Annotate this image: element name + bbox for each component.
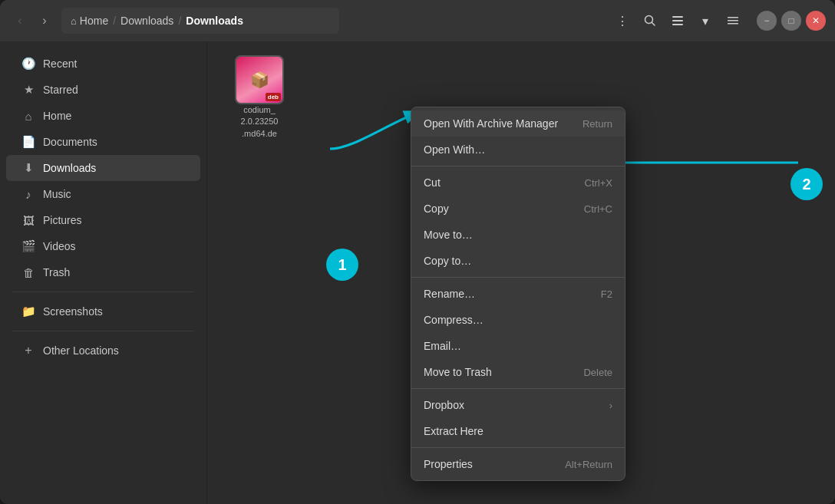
titlebar-actions: ⋮ ▾	[611, 9, 744, 32]
file-item-codium[interactable]: 📦 deb codium_2.0.23250.md64.de	[221, 55, 298, 140]
home-nav-icon: ⌂	[21, 109, 35, 123]
sidebar-item-home[interactable]: ⌂ Home	[6, 103, 200, 129]
ctx-compress[interactable]: Compress…	[411, 307, 625, 333]
sidebar-label-videos: Videos	[43, 240, 76, 252]
music-icon: ♪	[21, 187, 35, 201]
sidebar-divider-2	[12, 331, 194, 331]
file-name: codium_2.0.23250.md64.de	[241, 104, 279, 140]
ctx-open-with[interactable]: Open With…	[411, 137, 625, 163]
ctx-cut-label: Cut	[424, 176, 441, 189]
breadcrumb[interactable]: ⌂ Home / Downloads / Downloads	[61, 8, 339, 34]
back-button[interactable]: ‹	[9, 10, 31, 31]
view-toggle-button[interactable]: ▾	[694, 9, 717, 32]
ctx-dropbox-label: Dropbox	[424, 399, 464, 411]
minimize-button[interactable]: −	[757, 11, 777, 31]
ctx-sep-1	[411, 166, 625, 166]
ctx-move-to[interactable]: Move to…	[411, 222, 625, 248]
list-view-icon	[672, 15, 684, 27]
ctx-cut-shortcut: Ctrl+X	[585, 177, 612, 189]
content-area: 📦 deb codium_2.0.23250.md64.de Open With…	[207, 41, 835, 504]
badge-1-label: 1	[338, 256, 346, 274]
breadcrumb-sep2: /	[178, 15, 181, 27]
ctx-sep-2	[411, 277, 625, 278]
sidebar-label-other-locations: Other Locations	[43, 344, 119, 357]
file-manager-window: ‹ › ⌂ Home / Downloads / Downloads ⋮	[0, 0, 835, 504]
recent-icon: 🕐	[21, 57, 35, 71]
svg-rect-2	[672, 16, 683, 18]
ctx-rename-shortcut: F2	[601, 288, 612, 300]
nav-buttons: ‹ ›	[9, 10, 55, 31]
svg-rect-5	[728, 17, 738, 18]
sidebar-label-starred: Starred	[43, 84, 78, 96]
ctx-rename[interactable]: Rename… F2	[411, 281, 625, 307]
list-view-button[interactable]	[666, 9, 689, 32]
downloads-icon: ⬇	[21, 161, 35, 175]
ctx-move-to-label: Move to…	[424, 229, 473, 241]
context-menu: Open With Archive Manager Return Open Wi…	[411, 107, 625, 481]
sidebar-item-screenshots[interactable]: 📁 Screenshots	[6, 298, 200, 324]
svg-rect-7	[728, 23, 738, 25]
svg-rect-6	[728, 20, 738, 21]
sidebar-item-music[interactable]: ♪ Music	[6, 181, 200, 207]
ctx-sep-4	[411, 447, 625, 448]
home-icon: ⌂	[71, 15, 77, 27]
sidebar-label-trash: Trash	[43, 266, 70, 278]
documents-icon: 📄	[21, 135, 35, 149]
search-button[interactable]	[639, 9, 662, 32]
breadcrumb-current[interactable]: Downloads	[186, 15, 243, 27]
ctx-copy-to-label: Copy to…	[424, 255, 471, 267]
ctx-copy-label: Copy	[424, 203, 449, 215]
ctx-copy-shortcut: Ctrl+C	[584, 203, 612, 215]
breadcrumb-sep1: /	[113, 15, 116, 27]
sidebar: 🕐 Recent ★ Starred ⌂ Home 📄 Documents ⬇ …	[0, 41, 207, 504]
ctx-extract-here[interactable]: Extract Here	[411, 418, 625, 444]
forward-button[interactable]: ›	[34, 10, 55, 31]
sidebar-label-downloads: Downloads	[43, 162, 96, 174]
maximize-button[interactable]: □	[781, 11, 801, 31]
ctx-dropbox[interactable]: Dropbox ›	[411, 392, 625, 418]
ctx-cut[interactable]: Cut Ctrl+X	[411, 170, 625, 196]
sidebar-item-downloads[interactable]: ⬇ Downloads	[6, 155, 200, 181]
svg-rect-3	[672, 20, 683, 21]
screenshots-icon: 📁	[21, 305, 35, 318]
sidebar-item-other-locations[interactable]: + Other Locations	[6, 338, 200, 364]
hamburger-icon	[727, 15, 739, 27]
breadcrumb-middle[interactable]: Downloads	[120, 15, 173, 27]
file-icon: 📦 deb	[235, 55, 284, 104]
menu-button[interactable]	[721, 9, 744, 32]
ctx-move-to-trash-label: Move to Trash	[424, 366, 492, 378]
sidebar-item-recent[interactable]: 🕐 Recent	[6, 51, 200, 77]
annotation-badge-2: 2	[790, 168, 823, 200]
ctx-email-label: Email…	[424, 340, 461, 352]
file-icon-wrapper: 📦 deb	[235, 55, 284, 104]
ctx-properties-label: Properties	[424, 458, 473, 470]
annotation-badge-1: 1	[326, 249, 358, 281]
videos-icon: 🎬	[21, 239, 35, 253]
sidebar-label-screenshots: Screenshots	[43, 305, 103, 318]
ctx-properties[interactable]: Properties Alt+Return	[411, 451, 625, 477]
window-controls: − □ ✕	[757, 11, 826, 31]
sidebar-item-starred[interactable]: ★ Starred	[6, 77, 200, 103]
sidebar-item-pictures[interactable]: 🖼 Pictures	[6, 207, 200, 233]
ctx-open-with-archive-label: Open With Archive Manager	[424, 117, 558, 130]
sidebar-item-documents[interactable]: 📄 Documents	[6, 129, 200, 155]
ctx-move-to-trash[interactable]: Move to Trash Delete	[411, 359, 625, 385]
ctx-copy[interactable]: Copy Ctrl+C	[411, 196, 625, 222]
sidebar-item-trash[interactable]: 🗑 Trash	[6, 259, 200, 285]
close-button[interactable]: ✕	[806, 11, 826, 31]
sidebar-label-pictures: Pictures	[43, 214, 82, 226]
breadcrumb-home[interactable]: Home	[80, 15, 108, 27]
ctx-open-with-archive[interactable]: Open With Archive Manager Return	[411, 110, 625, 137]
sidebar-label-music: Music	[43, 188, 71, 200]
sidebar-item-videos[interactable]: 🎬 Videos	[6, 233, 200, 259]
badge-2-label: 2	[802, 176, 810, 193]
ctx-copy-to[interactable]: Copy to…	[411, 248, 625, 274]
ctx-email[interactable]: Email…	[411, 333, 625, 359]
search-icon	[644, 15, 656, 27]
sidebar-label-home: Home	[43, 110, 71, 122]
ctx-sep-3	[411, 388, 625, 389]
sidebar-label-documents: Documents	[43, 136, 97, 148]
starred-icon: ★	[21, 83, 35, 97]
more-options-button[interactable]: ⋮	[611, 9, 634, 32]
deb-badge: deb	[266, 93, 281, 101]
